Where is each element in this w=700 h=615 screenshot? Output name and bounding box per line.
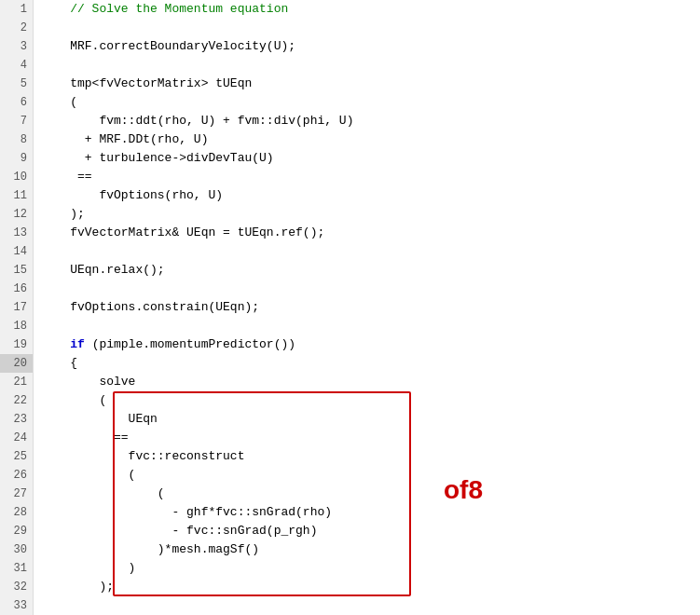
line-number-23: 23	[0, 410, 33, 429]
code-line-31: )	[41, 559, 700, 578]
line-number-14: 14	[0, 242, 33, 261]
code-area[interactable]: // Solve the Momentum equation MRF.corre…	[34, 0, 700, 615]
line-number-13: 13	[0, 224, 33, 242]
code-line-4	[41, 56, 700, 75]
line-number-9: 9	[0, 149, 33, 168]
line-number-5: 5	[0, 75, 33, 93]
line-number-29: 29	[0, 522, 33, 540]
code-line-26: (	[41, 466, 700, 485]
line-number-22: 22	[0, 391, 33, 410]
code-line-14	[41, 242, 700, 261]
code-line-22: (	[41, 391, 700, 410]
code-line-12: );	[41, 205, 700, 224]
line-numbers: 1234567891011121314151617181920212223242…	[0, 0, 34, 615]
code-line-6: (	[41, 93, 700, 112]
line-number-18: 18	[0, 317, 33, 335]
code-line-7: fvm::ddt(rho, U) + fvm::div(phi, U)	[41, 112, 700, 130]
line-number-11: 11	[0, 186, 33, 205]
line-number-4: 4	[0, 56, 33, 75]
line-number-3: 3	[0, 37, 33, 56]
code-line-10: ==	[41, 168, 700, 186]
code-line-23: UEqn	[41, 410, 700, 429]
code-line-8: + MRF.DDt(rho, U)	[41, 130, 700, 149]
watermark-label: of8	[444, 475, 483, 505]
line-number-21: 21	[0, 373, 33, 391]
code-line-29: - fvc::snGrad(p_rgh)	[41, 522, 700, 540]
code-line-21: solve	[41, 373, 700, 391]
code-line-20: {	[41, 354, 700, 373]
code-line-13: fvVectorMatrix& UEqn = tUEqn.ref();	[41, 224, 700, 242]
code-line-18	[41, 317, 700, 335]
line-number-24: 24	[0, 429, 33, 447]
line-number-33: 33	[0, 596, 33, 615]
code-line-15: UEqn.relax();	[41, 261, 700, 280]
line-number-8: 8	[0, 130, 33, 149]
line-number-2: 2	[0, 19, 33, 37]
code-line-5: tmp<fvVectorMatrix> tUEqn	[41, 75, 700, 93]
line-number-10: 10	[0, 168, 33, 186]
line-number-12: 12	[0, 205, 33, 224]
code-line-1: // Solve the Momentum equation	[41, 0, 700, 19]
line-number-27: 27	[0, 485, 33, 503]
line-number-32: 32	[0, 578, 33, 596]
line-number-28: 28	[0, 503, 33, 522]
code-line-16	[41, 280, 700, 298]
code-line-17: fvOptions.constrain(UEqn);	[41, 298, 700, 317]
code-line-3: MRF.correctBoundaryVelocity(U);	[41, 37, 700, 56]
code-editor: 1234567891011121314151617181920212223242…	[0, 0, 700, 615]
line-number-17: 17	[0, 298, 33, 317]
code-line-28: - ghf*fvc::snGrad(rho)	[41, 503, 700, 522]
code-line-11: fvOptions(rho, U)	[41, 186, 700, 205]
code-line-32: );	[41, 578, 700, 596]
line-number-15: 15	[0, 261, 33, 280]
line-number-26: 26	[0, 466, 33, 485]
line-number-25: 25	[0, 447, 33, 466]
code-line-33	[41, 596, 700, 615]
line-number-19: 19	[0, 335, 33, 354]
code-line-30: )*mesh.magSf()	[41, 540, 700, 559]
code-line-9: + turbulence->divDevTau(U)	[41, 149, 700, 168]
code-line-2	[41, 19, 700, 37]
code-line-25: fvc::reconstruct	[41, 447, 700, 466]
line-number-16: 16	[0, 280, 33, 298]
line-number-1: 1	[0, 0, 33, 19]
line-number-30: 30	[0, 540, 33, 559]
code-line-19: if (pimple.momentumPredictor())	[41, 335, 700, 354]
code-line-24: ==	[41, 429, 700, 447]
line-number-20: 20	[0, 354, 33, 373]
line-number-31: 31	[0, 559, 33, 578]
line-number-7: 7	[0, 112, 33, 130]
line-number-6: 6	[0, 93, 33, 112]
code-line-27: (	[41, 485, 700, 503]
